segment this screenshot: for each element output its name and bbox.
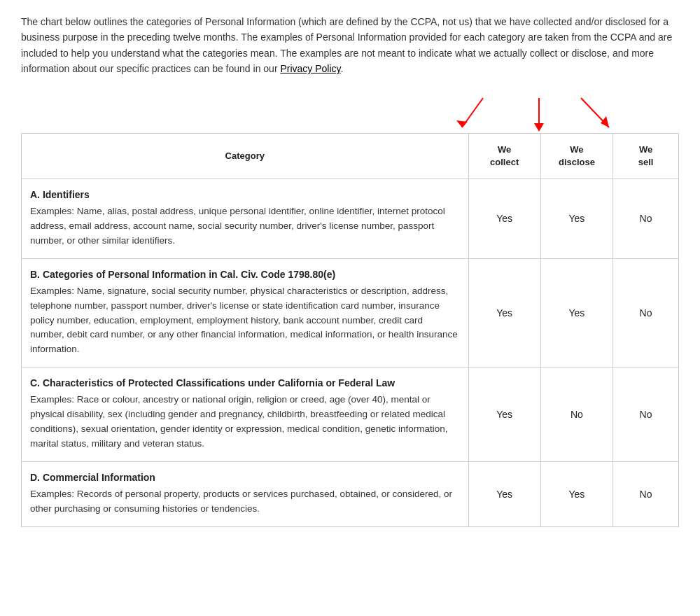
intro-paragraph: The chart below outlines the categories … [21, 14, 679, 77]
sell-header: Wesell [613, 133, 679, 178]
intro-text-before-link: The chart below outlines the categories … [21, 16, 672, 74]
disclose-value-B: Yes [540, 258, 612, 368]
intro-text-after-link: . [341, 63, 344, 74]
collect-value-A: Yes [468, 178, 540, 258]
svg-marker-5 [601, 116, 609, 127]
collect-value-C: Yes [468, 368, 540, 462]
category-title-D: D. Commercial Information [30, 472, 460, 483]
disclose-header: Wedisclose [540, 133, 612, 178]
category-desc-B: Examples: Name, signature, social securi… [30, 284, 460, 358]
privacy-policy-link[interactable]: Privacy Policy [280, 63, 340, 74]
category-desc-C: Examples: Race or colour, ancestry or na… [30, 393, 460, 451]
collect-value-B: Yes [468, 258, 540, 368]
category-header: Category [22, 133, 469, 178]
category-cell-B: B. Categories of Personal Information in… [22, 258, 469, 368]
table-row: A. IdentifiersExamples: Name, alias, pos… [22, 178, 679, 258]
category-title-B: B. Categories of Personal Information in… [30, 269, 460, 280]
table-row: C. Characteristics of Protected Classifi… [22, 368, 679, 462]
table-row: D. Commercial InformationExamples: Recor… [22, 462, 679, 527]
disclose-value-A: Yes [540, 178, 612, 258]
category-title-C: C. Characteristics of Protected Classifi… [30, 377, 460, 388]
column-arrows [441, 91, 637, 133]
category-desc-A: Examples: Name, alias, postal address, u… [30, 204, 460, 248]
category-cell-D: D. Commercial InformationExamples: Recor… [22, 462, 469, 527]
disclose-value-C: No [540, 368, 612, 462]
collect-header: Wecollect [468, 133, 540, 178]
collect-value-D: Yes [468, 462, 540, 527]
svg-marker-3 [534, 123, 544, 132]
category-desc-D: Examples: Records of personal property, … [30, 487, 460, 517]
sell-value-C: No [613, 368, 679, 462]
table-row: B. Categories of Personal Information in… [22, 258, 679, 368]
sell-value-B: No [613, 258, 679, 368]
ccpa-table: Category Wecollect Wedisclose Wesell A. … [21, 133, 679, 527]
sell-value-A: No [613, 178, 679, 258]
arrows-container [21, 91, 679, 133]
sell-value-D: No [613, 462, 679, 527]
disclose-value-D: Yes [540, 462, 612, 527]
category-cell-C: C. Characteristics of Protected Classifi… [22, 368, 469, 462]
category-title-A: A. Identifiers [30, 189, 460, 200]
category-cell-A: A. IdentifiersExamples: Name, alias, pos… [22, 178, 469, 258]
